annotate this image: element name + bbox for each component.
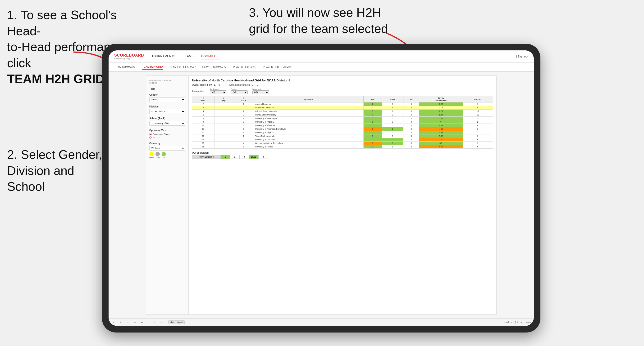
- cell-conf: 1: [233, 134, 254, 138]
- subnav-player-h2h-grid[interactable]: PLAYER H2H GRID: [233, 65, 256, 69]
- annotation-1-line1: 1. To see a School's Head-: [7, 8, 117, 38]
- conference-select[interactable]: (All): [210, 90, 226, 94]
- cell-loss: 1: [382, 110, 404, 113]
- radio-opponents-played-label: Opponents Played: [153, 133, 170, 135]
- radio-top100[interactable]: Top 100: [149, 136, 185, 139]
- logo-sub: Powered by clippi: [114, 57, 144, 60]
- subnav-team-summary[interactable]: TEAM SUMMARY: [114, 65, 136, 69]
- toolbar-refresh[interactable]: ⟳: [126, 321, 130, 324]
- cell-reg: [214, 131, 233, 134]
- nav-tournaments[interactable]: TOURNAMENTS: [152, 53, 176, 59]
- cell-loss: 0: [382, 117, 404, 120]
- grid-area: University of North Carolina Head-to-Hea…: [189, 76, 496, 314]
- toolbar-watch[interactable]: Watch ▼: [504, 321, 512, 324]
- th-win: Win: [364, 96, 382, 102]
- cell-conf: 1: [233, 102, 254, 106]
- toolbar-view[interactable]: View: Original: [168, 321, 185, 324]
- cell-rounds: 3: [463, 117, 493, 120]
- radio-opponents-played-dot: [149, 133, 152, 135]
- opponent-select[interactable]: (All): [252, 90, 269, 94]
- table-row: 15 4 Georgia Institute of Technology 0 6…: [192, 142, 493, 145]
- cell-reg: [214, 124, 233, 127]
- school-select[interactable]: 1. University of Nort...: [149, 121, 185, 126]
- cell-diff: -4.33: [419, 127, 463, 131]
- subnav-player-summary[interactable]: PLAYER SUMMARY: [202, 65, 226, 69]
- cell-diff: 1.83: [419, 113, 463, 117]
- cell-rounds: 3: [463, 127, 493, 131]
- nav-committee[interactable]: COMMITTEE: [201, 53, 220, 59]
- dashboard-panel: Last Updated: 27/03/2024 16:55:38 Team G…: [146, 75, 496, 315]
- opponent-view-label: Opponent View: [149, 129, 185, 132]
- division-label: Division: [149, 105, 185, 108]
- cell-reg: [214, 102, 233, 106]
- main-nav: TOURNAMENTS TEAMS COMMITTEE: [152, 53, 516, 59]
- cell-conf: 2: [233, 106, 254, 110]
- sign-out[interactable]: | Sign out: [516, 55, 528, 58]
- th-loss: Loss: [382, 96, 404, 102]
- gender-label: Gender: [149, 93, 185, 96]
- cell-opponent: University of Oklahoma: [254, 138, 363, 142]
- conference-label: Conference: [210, 88, 226, 90]
- left-sidebar: Last Updated: 27/03/2024 16:55:38 Team G…: [146, 76, 189, 314]
- toolbar-undo[interactable]: ↩: [112, 321, 116, 324]
- toolbar-clock[interactable]: ⊙: [159, 321, 164, 324]
- nav-teams[interactable]: TEAMS: [183, 53, 194, 59]
- colour-swatches: Down Level Up: [149, 152, 185, 158]
- swatch-level-color: [156, 152, 160, 156]
- cell-loss: 4: [382, 106, 404, 110]
- th-diff: Diff AvStrokes/Rnd: [419, 96, 463, 102]
- cell-opponent: University of Arizona: [254, 120, 363, 124]
- cell-win: 3: [364, 134, 382, 138]
- cell-reg: [214, 145, 233, 149]
- cell-rounds: 17: [463, 110, 493, 113]
- colour-select[interactable]: Win/loss: [149, 146, 185, 151]
- cell-tie: 0: [404, 131, 419, 134]
- cell-tie: 0: [404, 127, 419, 131]
- gender-select[interactable]: Men's: [149, 97, 185, 102]
- cell-tie: 0: [404, 134, 419, 138]
- swatch-down-label: Down: [149, 157, 154, 158]
- toolbar-grid[interactable]: ⊞: [520, 321, 522, 324]
- cell-opponent: Arizona State University: [254, 110, 363, 113]
- cell-loss: 0: [382, 124, 404, 127]
- out-win-cell: 1: [220, 155, 230, 159]
- out-of-division-title: Out of division: [192, 152, 493, 154]
- toolbar-add[interactable]: ⊕: [140, 321, 144, 324]
- toolbar-redo[interactable]: ↪: [118, 321, 123, 324]
- swatch-down: Down: [149, 152, 154, 158]
- cell-opponent: Florida State University: [254, 113, 363, 117]
- swatch-level-label: Level: [156, 157, 160, 158]
- cell-rank: 3: [192, 106, 214, 110]
- cell-rounds: 9: [463, 145, 493, 149]
- subnav-team-h2h-heatmap[interactable]: TEAM H2H HEATMAP: [169, 65, 196, 69]
- subnav-player-h2h-heatmap[interactable]: PLAYER H2H HEATMAP: [263, 65, 292, 69]
- region-select[interactable]: (All): [231, 90, 248, 94]
- school-section: School (Rank) 1. University of Nort...: [149, 117, 185, 126]
- cell-conf: 1: [233, 110, 254, 113]
- cell-loss: 0: [382, 120, 404, 124]
- table-row: 2 1 Auburn University 2 1 0 1.67 9: [192, 102, 493, 106]
- tablet-frame: SCOREBOARD Powered by clippi TOURNAMENTS…: [102, 44, 540, 333]
- toolbar-share[interactable]: Share: [525, 321, 531, 324]
- division-select[interactable]: NCAA Division I: [149, 109, 185, 114]
- cell-diff: -1: [419, 138, 463, 142]
- team-label: Team: [149, 88, 185, 90]
- cell-rounds: 2: [463, 120, 493, 124]
- cell-conf: 2: [233, 117, 254, 120]
- cell-rank: 10: [192, 124, 214, 127]
- toolbar-crop[interactable]: ✂: [133, 321, 137, 324]
- cell-diff: 4.5: [419, 142, 463, 145]
- cell-rank: 4: [192, 110, 214, 113]
- subnav-team-h2h-grid[interactable]: TEAM H2H GRID: [142, 64, 163, 70]
- h2h-table: #Rank #Reg #Conf Opponent Win Loss Tie D…: [192, 96, 493, 149]
- swatch-up: Up: [162, 152, 166, 158]
- cell-diff: 9: [419, 120, 463, 124]
- radio-opponents-played[interactable]: Opponents Played: [149, 133, 185, 135]
- cell-loss: 0: [382, 131, 404, 134]
- toolbar-dot[interactable]: •: [153, 321, 156, 324]
- grid-title-row: University of North Carolina Head-to-Hea…: [192, 79, 493, 82]
- cell-tie: 0: [404, 120, 419, 124]
- toolbar-download[interactable]: ↓: [147, 321, 150, 324]
- toolbar-comment[interactable]: 💬: [515, 321, 518, 324]
- annotation-2: 2. Select Gender, Division and School: [7, 147, 102, 195]
